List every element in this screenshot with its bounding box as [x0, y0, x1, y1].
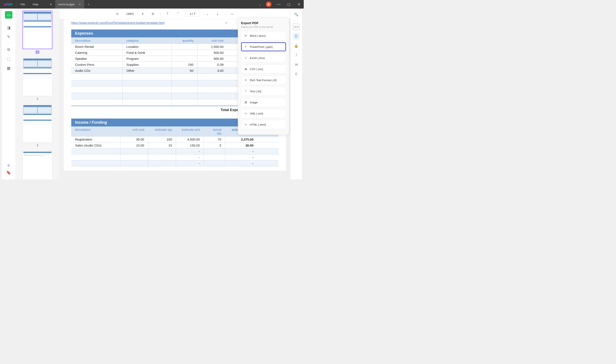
col-est-qty: estimate qty [148, 127, 176, 136]
chevron-down-icon[interactable]: ⌄ [258, 2, 261, 6]
rtf-icon: R [244, 78, 248, 82]
next-page-button[interactable]: ⌄ [205, 11, 210, 17]
zoom-in-button[interactable]: ⊕ [150, 11, 156, 17]
xml-icon: <> [244, 112, 248, 115]
export-xml-option[interactable]: <>XML (.xml) [241, 109, 286, 118]
export-excel-option[interactable]: XExcel (.xlsx) [241, 53, 286, 62]
page-thumbnail[interactable] [22, 104, 52, 143]
page-thumbnail[interactable] [22, 11, 52, 49]
export-word-option[interactable]: WWord (.docx) [241, 31, 286, 40]
table-row: -- [71, 148, 278, 155]
page-thumbnail[interactable] [22, 58, 52, 96]
layers-icon[interactable]: ◈ [5, 161, 13, 169]
thumbnail-number: 1 [36, 51, 40, 54]
maximize-button[interactable]: ▢ [284, 0, 294, 9]
highlight-tool-icon[interactable]: ◨ [5, 24, 13, 31]
export-title: Export PDF [241, 21, 286, 25]
export-subtitle: Export your PDF to any format [241, 26, 286, 28]
col-est-amt: estimate amt [176, 127, 204, 136]
thumbnail-number: 3 [37, 144, 38, 147]
html-icon: H [244, 123, 248, 127]
first-page-button[interactable]: ⤒ [165, 11, 171, 17]
zoom-out-button[interactable]: ⊖ [114, 11, 120, 17]
zoom-dropdown-icon[interactable]: ▾ [140, 11, 146, 17]
table-row: Sales (Audio CDs)10.0015150.00330.00 [71, 143, 278, 148]
page-thumbnail[interactable]: HELPLorem ipsum dolor sit amet consectet… [22, 151, 52, 180]
page-number-input[interactable] [185, 11, 200, 16]
table-row: -- [71, 160, 278, 166]
ocr-icon[interactable]: OCR [293, 24, 300, 30]
export-rtf-option[interactable]: RRich Text Format (.rtf) [241, 76, 286, 85]
text-icon: T [244, 89, 248, 93]
titlebar: UPDF File Help ▾ event-budget ✕ ＋ ⌄ B — … [0, 0, 304, 9]
export-image-option[interactable]: 🖼Image [241, 98, 286, 107]
col-category: category [123, 37, 172, 44]
word-icon: W [244, 34, 248, 38]
new-tab-button[interactable]: ＋ [84, 0, 93, 9]
print-icon[interactable]: ⎙ [293, 71, 300, 77]
export-html-option[interactable]: HHTML (.html) [241, 120, 286, 129]
thumbnail-number: 2 [37, 97, 38, 100]
tab-title: event-budget [58, 3, 75, 6]
menu-file[interactable]: File [17, 3, 29, 6]
col-unit-cost: unit cost [120, 127, 148, 136]
organize-tool-icon[interactable]: ⧉ [5, 46, 13, 53]
search-icon[interactable]: 🔍 [293, 11, 300, 17]
close-icon[interactable]: ✕ [79, 3, 81, 6]
share-icon[interactable]: ⤴ [293, 52, 300, 58]
export-icon[interactable]: ⎘ [293, 33, 300, 39]
template-link[interactable]: https://www.vertex42.com/ExcelTemplates/… [71, 21, 164, 25]
prev-page-button[interactable]: ⌃ [175, 11, 181, 17]
left-toolbar: ▭ ◨ ✎ ⧉ ⬚ ▦ ◈ 🔖 [2, 9, 16, 180]
export-panel: Export PDF Export your PDF to any format… [238, 17, 289, 135]
col-description: description [71, 37, 123, 44]
col-unit-cost: unit cost [197, 37, 227, 44]
right-toolbar: 🔍 OCR ⎘ 🔒 ⤴ ✉ ⎙ [290, 9, 302, 180]
bookmark-icon[interactable]: 🔖 [5, 169, 13, 176]
export-powerpoint-option[interactable]: PPowerPoint (.pptx) [241, 42, 286, 51]
user-avatar[interactable]: B [266, 1, 272, 7]
menu-help[interactable]: Help [29, 3, 42, 6]
col-act-qty: actual qty [204, 127, 225, 136]
close-window-button[interactable]: ✕ [294, 0, 304, 9]
zoom-level: 168% [125, 12, 135, 16]
col-description: description [71, 127, 120, 136]
presentation-mode-icon[interactable]: ▭ [230, 11, 235, 17]
minimize-button[interactable]: — [274, 0, 284, 9]
col-quantity: quantity [172, 37, 197, 44]
table-row: -- [71, 155, 278, 160]
excel-icon: X [244, 56, 248, 60]
powerpoint-icon: P [244, 45, 248, 49]
table-row: Registration45.001004,500.00753,375.00 [71, 136, 278, 143]
export-csv-option[interactable]: ▦CSV (.csv) [241, 65, 286, 74]
document-tab[interactable]: event-budget ✕ [55, 0, 84, 9]
email-icon[interactable]: ✉ [293, 61, 300, 68]
reader-tool-icon[interactable]: ▭ [5, 11, 13, 19]
image-icon: 🖼 [244, 100, 248, 104]
export-txt-option[interactable]: TText (.txt) [241, 87, 286, 96]
app-logo: UPDF [0, 2, 16, 6]
redact-tool-icon[interactable]: ▦ [5, 64, 13, 72]
copyright-text: © [225, 21, 227, 25]
thumbnail-panel: 1 2 3 HELPLorem ipsum dolor sit am [16, 9, 59, 180]
protect-icon[interactable]: 🔒 [293, 42, 300, 49]
edit-tool-icon[interactable]: ✎ [5, 33, 13, 40]
crop-tool-icon[interactable]: ⬚ [5, 55, 13, 63]
csv-icon: ▦ [244, 67, 248, 71]
last-page-button[interactable]: ⤓ [215, 11, 221, 17]
tab-dropdown-icon[interactable]: ▾ [47, 0, 55, 9]
